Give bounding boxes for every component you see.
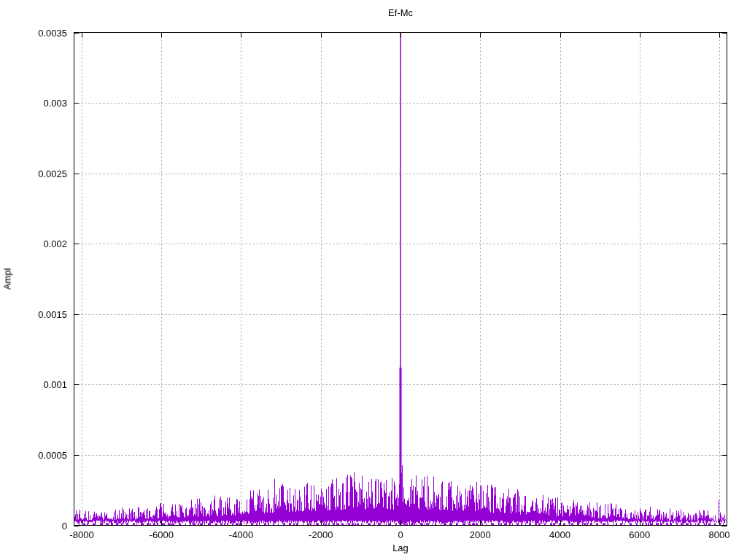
x-tick-label: 2000 — [470, 529, 491, 540]
x-tick-label: -6000 — [150, 529, 174, 540]
chart-title: Ef-Mc — [74, 7, 727, 18]
x-tick-label: 6000 — [629, 529, 650, 540]
y-axis-label: Ampl — [2, 250, 13, 308]
y-tick-label: 0.0035 — [0, 27, 67, 38]
x-tick-label: 8000 — [709, 529, 730, 540]
y-tick-label: 0.0025 — [0, 168, 67, 179]
x-tick-label: -2000 — [309, 529, 333, 540]
x-tick-label: 4000 — [549, 529, 570, 540]
y-tick-label: 0 — [0, 520, 67, 531]
y-tick-label: 0.0015 — [0, 308, 67, 319]
x-tick-label: -4000 — [229, 529, 253, 540]
x-tick-label: -8000 — [69, 529, 93, 540]
x-tick-label: 0 — [398, 529, 403, 540]
plot-area — [0, 0, 747, 560]
chart-figure: Ef-Mc Ampl Lag -8000-6000-4000-200002000… — [0, 0, 747, 560]
y-tick-label: 0.001 — [0, 379, 67, 390]
y-tick-label: 0.003 — [0, 98, 67, 109]
x-axis-label: Lag — [74, 542, 727, 553]
y-tick-label: 0.0005 — [0, 449, 67, 460]
y-tick-label: 0.002 — [0, 238, 67, 249]
